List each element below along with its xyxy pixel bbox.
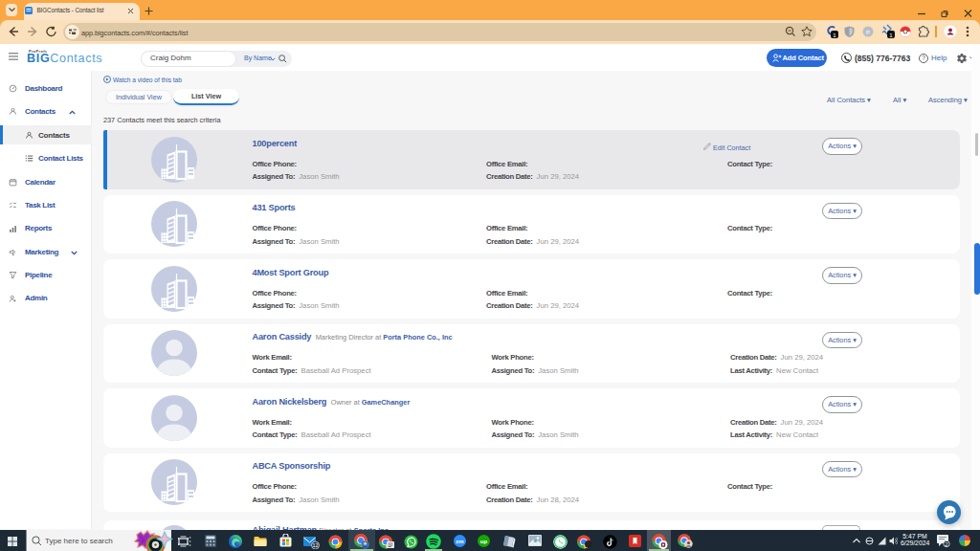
svg-text:zm: zm — [456, 539, 463, 544]
svg-text:A: A — [534, 539, 537, 543]
svg-text:?: ? — [922, 55, 925, 61]
svg-text:12: 12 — [312, 542, 318, 548]
svg-text:P: P — [866, 30, 870, 35]
svg-text:up: up — [480, 539, 488, 544]
